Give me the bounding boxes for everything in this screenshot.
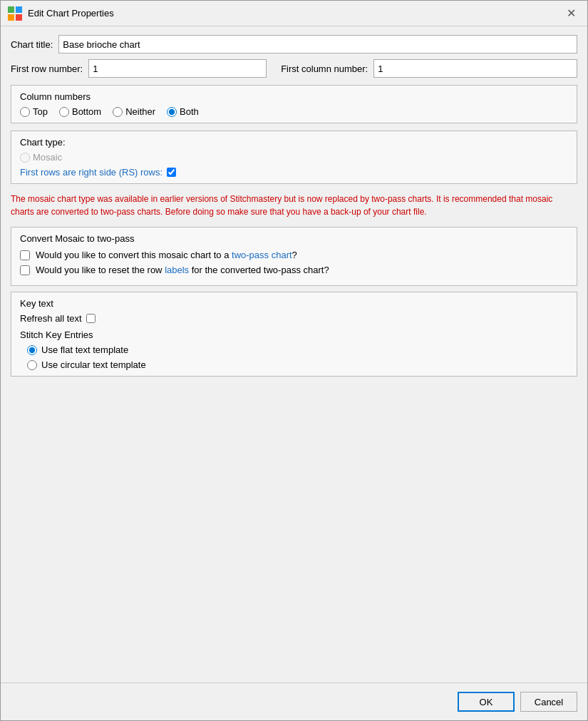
dialog-content: Chart title: First row number: First col… bbox=[1, 26, 587, 682]
col-bottom-radio[interactable] bbox=[59, 107, 69, 117]
refresh-text-checkbox[interactable] bbox=[86, 314, 96, 323]
rs-rows-label: First rows are right side (RS) rows: bbox=[20, 167, 163, 178]
warning-text: The mosaic chart type was available in e… bbox=[11, 190, 577, 221]
col-both-option[interactable]: Both bbox=[167, 106, 199, 117]
mosaic-radio-row: Mosaic bbox=[20, 152, 568, 163]
col-top-radio[interactable] bbox=[20, 107, 30, 117]
row-col-number-row: First row number: First column number: bbox=[11, 59, 577, 78]
circular-template-label: Use circular text template bbox=[41, 359, 146, 370]
chart-title-row: Chart title: bbox=[11, 35, 577, 53]
circular-template-radio[interactable] bbox=[27, 360, 37, 370]
col-both-label: Both bbox=[180, 106, 199, 117]
svg-rect-3 bbox=[16, 14, 22, 21]
dialog-footer: OK Cancel bbox=[1, 682, 587, 720]
col-bottom-option[interactable]: Bottom bbox=[59, 106, 101, 117]
edit-chart-dialog: Edit Chart Properties ✕ Chart title: Fir… bbox=[0, 0, 588, 721]
col-top-label: Top bbox=[33, 106, 48, 117]
convert-mosaic-checkbox[interactable] bbox=[20, 250, 30, 260]
flat-template-label: Use flat text template bbox=[41, 344, 128, 355]
convert-mosaic-group: Convert Mosaic to two-pass Would you lik… bbox=[11, 227, 577, 286]
labels-link: labels bbox=[165, 265, 189, 275]
flat-template-option[interactable]: Use flat text template bbox=[27, 344, 568, 355]
ok-button[interactable]: OK bbox=[458, 692, 515, 712]
col-both-radio[interactable] bbox=[167, 107, 177, 117]
close-button[interactable]: ✕ bbox=[562, 6, 580, 21]
column-numbers-group: Column numbers Top Bottom Neither Both bbox=[11, 85, 577, 123]
first-row-input[interactable] bbox=[88, 59, 267, 78]
two-pass-link: two-pass chart bbox=[232, 250, 292, 260]
key-text-group: Key text Refresh all text Stitch Key Ent… bbox=[11, 292, 577, 377]
chart-title-input[interactable] bbox=[58, 35, 577, 53]
title-bar: Edit Chart Properties ✕ bbox=[1, 1, 587, 26]
app-icon bbox=[8, 6, 22, 21]
template-options: Use flat text template Use circular text… bbox=[27, 344, 568, 370]
chart-title-label: Chart title: bbox=[11, 39, 53, 50]
convert-question1-label: Would you like to convert this mosaic ch… bbox=[36, 250, 297, 260]
key-text-title: Key text bbox=[20, 298, 568, 309]
stitch-key-section: Stitch Key Entries Use flat text templat… bbox=[20, 329, 568, 370]
rs-rows-row: First rows are right side (RS) rows: bbox=[20, 167, 568, 178]
first-row-label: First row number: bbox=[11, 63, 83, 74]
cancel-button[interactable]: Cancel bbox=[520, 692, 577, 712]
col-top-option[interactable]: Top bbox=[20, 106, 48, 117]
circular-template-option[interactable]: Use circular text template bbox=[27, 359, 568, 370]
reset-labels-label: Would you like to reset the row labels f… bbox=[36, 265, 329, 275]
chart-type-title: Chart type: bbox=[20, 137, 568, 148]
mosaic-label: Mosaic bbox=[33, 152, 62, 163]
column-numbers-radio-group: Top Bottom Neither Both bbox=[20, 106, 568, 117]
first-col-input[interactable] bbox=[373, 59, 577, 78]
col-bottom-label: Bottom bbox=[72, 106, 101, 117]
reset-labels-checkbox[interactable] bbox=[20, 265, 30, 275]
col-neither-option[interactable]: Neither bbox=[113, 106, 155, 117]
mosaic-radio bbox=[20, 153, 30, 163]
svg-rect-0 bbox=[8, 6, 14, 13]
convert-question1-row: Would you like to convert this mosaic ch… bbox=[20, 250, 568, 260]
dialog-title: Edit Chart Properties bbox=[28, 8, 114, 19]
svg-rect-1 bbox=[16, 6, 22, 13]
reset-labels-row: Would you like to reset the row labels f… bbox=[20, 265, 568, 275]
stitch-key-title: Stitch Key Entries bbox=[20, 329, 568, 340]
refresh-text-label: Refresh all text bbox=[20, 313, 82, 324]
convert-mosaic-title: Convert Mosaic to two-pass bbox=[20, 233, 568, 244]
column-numbers-title: Column numbers bbox=[20, 91, 568, 102]
rs-rows-checkbox[interactable] bbox=[167, 168, 176, 177]
first-col-label: First column number: bbox=[281, 63, 368, 74]
svg-rect-2 bbox=[8, 14, 14, 21]
flat-template-radio[interactable] bbox=[27, 345, 37, 355]
refresh-text-row: Refresh all text bbox=[20, 313, 568, 324]
col-neither-radio[interactable] bbox=[113, 107, 123, 117]
chart-type-group: Chart type: Mosaic First rows are right … bbox=[11, 131, 577, 184]
col-neither-label: Neither bbox=[125, 106, 155, 117]
